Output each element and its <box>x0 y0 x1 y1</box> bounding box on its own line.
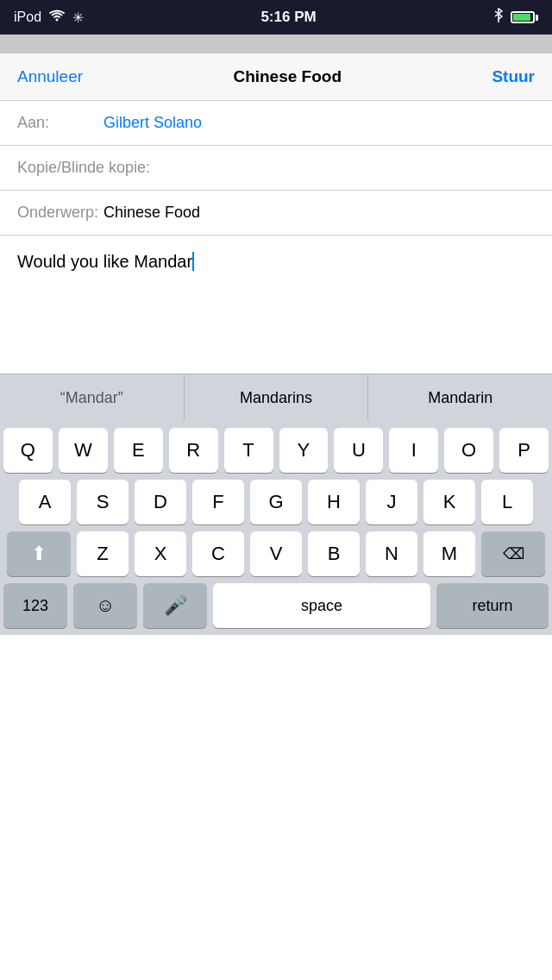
keyboard-row-4: 123 ☺ 🎤 space return <box>3 583 549 628</box>
key-s[interactable]: S <box>77 480 129 525</box>
numbers-key[interactable]: 123 <box>3 583 67 628</box>
send-button[interactable]: Stuur <box>492 67 535 86</box>
key-a[interactable]: A <box>19 480 71 525</box>
key-j[interactable]: J <box>366 480 417 525</box>
key-v[interactable]: V <box>250 531 302 576</box>
subject-label: Onderwerp: <box>17 204 104 222</box>
email-title: Chinese Food <box>233 67 342 86</box>
shift-icon: ⬆ <box>31 543 47 565</box>
to-field[interactable]: Aan: Gilbert Solano <box>0 101 552 146</box>
emoji-icon: ☺ <box>96 594 115 617</box>
numbers-label: 123 <box>22 597 48 615</box>
subject-field[interactable]: Onderwerp: Chinese Food <box>0 191 552 236</box>
mic-key[interactable]: 🎤 <box>143 583 207 628</box>
cc-field[interactable]: Kopie/Blinde kopie: <box>0 146 552 191</box>
key-o[interactable]: O <box>444 428 493 473</box>
key-r[interactable]: R <box>169 428 218 473</box>
key-e[interactable]: E <box>114 428 163 473</box>
text-cursor <box>192 252 194 271</box>
key-q[interactable]: Q <box>3 428 53 473</box>
key-w[interactable]: W <box>59 428 108 473</box>
status-right <box>493 8 538 27</box>
keyboard-row-1: Q W E R T Y U I O P <box>3 428 549 473</box>
key-c[interactable]: C <box>192 531 244 576</box>
autocomplete-bar: “Mandar” Mandarins Mandarin <box>0 374 552 421</box>
svg-point-0 <box>56 19 59 22</box>
scroll-indicator <box>0 35 552 53</box>
autocomplete-item-2[interactable]: Mandarin <box>368 374 552 421</box>
bluetooth-icon <box>493 8 504 27</box>
cc-label: Kopie/Blinde kopie: <box>17 159 535 177</box>
keyboard-row-2: A S D F G H J K L <box>3 480 549 525</box>
loading-icon: ✳ <box>72 9 84 26</box>
emoji-key[interactable]: ☺ <box>73 583 137 628</box>
cancel-button[interactable]: Annuleer <box>17 67 83 86</box>
key-l[interactable]: L <box>481 480 533 525</box>
key-k[interactable]: K <box>423 480 475 525</box>
battery-icon <box>511 11 538 23</box>
device-label: iPod <box>14 9 41 25</box>
key-g[interactable]: G <box>250 480 302 525</box>
delete-key[interactable]: ⌫ <box>481 531 545 576</box>
status-time: 5:16 PM <box>260 9 316 26</box>
return-label: return <box>472 597 512 615</box>
key-f[interactable]: F <box>192 480 244 525</box>
status-bar: iPod ✳ 5:16 PM <box>0 0 552 35</box>
key-b[interactable]: B <box>308 531 360 576</box>
to-value[interactable]: Gilbert Solano <box>104 114 535 132</box>
key-i[interactable]: I <box>389 428 438 473</box>
status-left: iPod ✳ <box>14 9 84 26</box>
keyboard-row-3: ⬆ Z X C V B N M ⌫ <box>3 531 549 576</box>
keyboard: Q W E R T Y U I O P A S D F G H J K L ⬆ … <box>0 421 552 635</box>
email-body[interactable]: Would you like Mandar <box>0 236 552 374</box>
subject-value[interactable]: Chinese Food <box>104 204 535 222</box>
key-y[interactable]: Y <box>279 428 329 473</box>
autocomplete-item-0[interactable]: “Mandar” <box>0 374 185 421</box>
return-key[interactable]: return <box>436 583 549 628</box>
key-d[interactable]: D <box>135 480 186 525</box>
key-x[interactable]: X <box>135 531 186 576</box>
to-label: Aan: <box>17 114 104 132</box>
key-n[interactable]: N <box>366 531 417 576</box>
key-t[interactable]: T <box>224 428 273 473</box>
key-z[interactable]: Z <box>77 531 129 576</box>
mic-icon: 🎤 <box>164 594 187 617</box>
body-text: Would you like Mandar <box>17 252 192 271</box>
key-m[interactable]: M <box>423 531 475 576</box>
space-label: space <box>301 597 342 615</box>
email-header: Annuleer Chinese Food Stuur <box>0 53 552 101</box>
delete-icon: ⌫ <box>503 544 524 563</box>
key-h[interactable]: H <box>308 480 360 525</box>
autocomplete-item-1[interactable]: Mandarins <box>185 374 369 421</box>
key-p[interactable]: P <box>499 428 549 473</box>
key-u[interactable]: U <box>334 428 383 473</box>
wifi-icon <box>48 9 66 25</box>
space-key[interactable]: space <box>213 583 430 628</box>
shift-key[interactable]: ⬆ <box>7 531 71 576</box>
